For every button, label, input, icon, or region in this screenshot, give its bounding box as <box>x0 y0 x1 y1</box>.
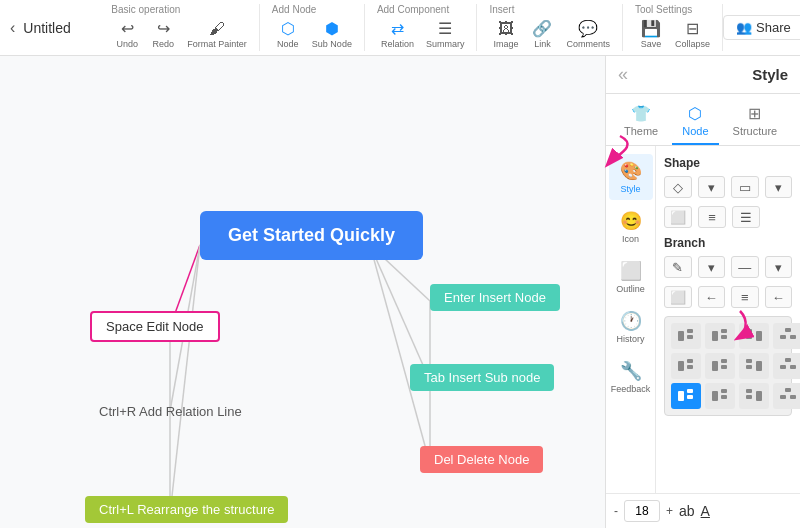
image-label: Image <box>493 39 518 49</box>
tab-structure[interactable]: ⊞ Structure <box>723 100 788 145</box>
sidebar-icon-icon[interactable]: 😊 Icon <box>609 204 653 250</box>
sidebar-icon-history[interactable]: 🕐 History <box>609 304 653 350</box>
link-button[interactable]: 🔗 Link <box>526 17 558 51</box>
svg-rect-39 <box>746 389 752 393</box>
svg-rect-27 <box>746 359 752 363</box>
shape-rect[interactable]: ▭ <box>731 176 759 198</box>
layout-icon-2 <box>710 327 730 345</box>
comments-button[interactable]: 💬 Comments <box>562 17 614 51</box>
node-ctrl-l[interactable]: Ctrl+L Rearrange the structure <box>85 496 288 523</box>
relation-button[interactable]: ⇄ Relation <box>377 17 418 51</box>
toolbar: ‹ Untitled Basic operation ↩ Undo ↪ Redo… <box>0 0 800 56</box>
shape-lines[interactable]: ≡ <box>698 206 726 228</box>
style-icon-label: Style <box>620 184 640 194</box>
format-painter-button[interactable]: 🖌 Format Painter <box>183 18 251 51</box>
shape-row-1: ◇ ▾ ▭ ▾ <box>664 176 792 198</box>
group-items-add-component: ⇄ Relation ☰ Summary <box>377 17 469 51</box>
redo-button[interactable]: ↪ Redo <box>147 17 179 51</box>
format-painter-label: Format Painter <box>187 39 247 49</box>
branch-dropdown[interactable]: ▾ <box>698 256 726 278</box>
panel-bottom: - + ab A <box>606 493 800 528</box>
group-items-tools: 💾 Save ⊟ Collapse <box>635 17 714 51</box>
svg-rect-13 <box>721 335 727 339</box>
svg-line-5 <box>170 245 200 514</box>
toolbar-groups: Basic operation ↩ Undo ↪ Redo 🖌 Format P… <box>103 4 723 51</box>
sidebar-icon-feedback[interactable]: 🔧 Feedback <box>609 354 653 400</box>
layout-icon-10 <box>710 387 730 405</box>
history-icon: 🕐 <box>620 310 642 332</box>
svg-rect-17 <box>785 328 791 332</box>
branch-row-2: ⬜ ← ≡ ← <box>664 286 792 308</box>
panel-tabs: 👕 Theme ⬡ Node ⊞ Structure <box>606 94 800 146</box>
font-size-input[interactable] <box>624 500 660 522</box>
svg-rect-42 <box>780 395 786 399</box>
layout-cell-2[interactable] <box>705 323 735 349</box>
node-space-edit[interactable]: Space Edit Node <box>90 311 220 342</box>
svg-rect-20 <box>678 361 684 371</box>
canvas[interactable]: Get Started Quickly Enter Insert Node Sp… <box>0 56 605 528</box>
layout-cell-7[interactable] <box>739 353 769 379</box>
svg-rect-18 <box>780 335 786 339</box>
node-label: Node <box>277 39 299 49</box>
node-ctrl-r[interactable]: Ctrl+R Add Relation Line <box>85 398 256 425</box>
undo-button[interactable]: ↩ Undo <box>111 17 143 51</box>
icon-icon-label: Icon <box>622 234 639 244</box>
redo-label: Redo <box>153 39 175 49</box>
layout-cell-10[interactable] <box>705 383 735 409</box>
history-icon-label: History <box>616 334 644 344</box>
shape-row-2: ⬜ ≡ ☰ <box>664 206 792 228</box>
sidebar-icon-style[interactable]: 🎨 Style <box>609 154 653 200</box>
branch-lines[interactable]: ≡ <box>731 286 759 308</box>
layout-cell-4[interactable] <box>773 323 800 349</box>
svg-rect-41 <box>785 388 791 392</box>
font-underline-label: A <box>701 503 710 519</box>
share-button[interactable]: 👥 Share <box>723 15 800 40</box>
svg-rect-15 <box>746 329 752 333</box>
branch-in[interactable]: ← <box>698 286 726 308</box>
layout-cell-8[interactable] <box>773 353 800 379</box>
svg-rect-33 <box>687 389 693 393</box>
branch-line[interactable]: — <box>731 256 759 278</box>
toolbar-group-basic: Basic operation ↩ Undo ↪ Redo 🖌 Format P… <box>103 4 260 51</box>
layout-cell-12[interactable] <box>773 383 800 409</box>
summary-button[interactable]: ☰ Summary <box>422 17 469 51</box>
shape-dropdown-2[interactable]: ▾ <box>765 176 793 198</box>
tab-theme[interactable]: 👕 Theme <box>614 100 668 145</box>
layout-cell-9[interactable] <box>671 383 701 409</box>
svg-rect-14 <box>756 331 762 341</box>
branch-rect[interactable]: ⬜ <box>664 286 692 308</box>
toolbar-group-add-node: Add Node ⬡ Node ⬢ Sub Node <box>264 4 365 51</box>
node-enter-insert[interactable]: Enter Insert Node <box>430 284 560 311</box>
branch-in2[interactable]: ← <box>765 286 793 308</box>
shape-lines2[interactable]: ☰ <box>732 206 760 228</box>
sidebar-icon-outline[interactable]: ⬜ Outline <box>609 254 653 300</box>
group-label-basic: Basic operation <box>111 4 180 15</box>
panel-expand-button[interactable]: « <box>618 64 628 85</box>
comments-icon: 💬 <box>578 19 598 38</box>
shape-border[interactable]: ⬜ <box>664 206 692 228</box>
back-button[interactable]: ‹ <box>10 19 15 37</box>
layout-cell-6[interactable] <box>705 353 735 379</box>
layout-cell-11[interactable] <box>739 383 769 409</box>
branch-dropdown-2[interactable]: ▾ <box>765 256 793 278</box>
subnode-label: Sub Node <box>312 39 352 49</box>
svg-rect-23 <box>712 361 718 371</box>
layout-cell-1[interactable] <box>671 323 701 349</box>
node-del[interactable]: Del Delete Node <box>420 446 543 473</box>
central-node[interactable]: Get Started Quickly <box>200 211 423 260</box>
collapse-button[interactable]: ⊟ Collapse <box>671 17 714 51</box>
image-button[interactable]: 🖼 Image <box>489 18 522 51</box>
branch-pencil[interactable]: ✎ <box>664 256 692 278</box>
add-subnode-button[interactable]: ⬢ Sub Node <box>308 17 356 51</box>
add-node-button[interactable]: ⬡ Node <box>272 17 304 51</box>
layout-cell-5[interactable] <box>671 353 701 379</box>
save-button[interactable]: 💾 Save <box>635 17 667 51</box>
layout-icon-7 <box>744 357 764 375</box>
tab-node[interactable]: ⬡ Node <box>672 100 718 145</box>
layout-cell-3[interactable] <box>739 323 769 349</box>
shape-diamond[interactable]: ◇ <box>664 176 692 198</box>
svg-rect-28 <box>746 365 752 369</box>
shape-dropdown-1[interactable]: ▾ <box>698 176 726 198</box>
node-tab-sub[interactable]: Tab Insert Sub node <box>410 364 554 391</box>
svg-rect-43 <box>790 395 796 399</box>
